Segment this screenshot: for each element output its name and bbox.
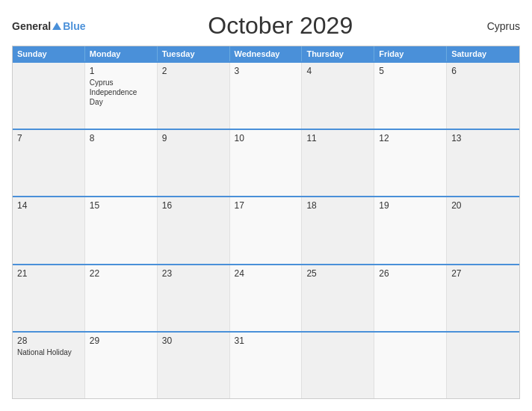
day-number: 15 [90, 200, 152, 211]
day-number: 2 [162, 66, 225, 76]
table-row: 14 [13, 197, 85, 263]
calendar-title: October 2029 [85, 12, 475, 40]
table-row: 26 [374, 265, 447, 331]
table-row: 9 [158, 130, 230, 196]
day-number: 14 [17, 200, 80, 211]
table-row: 23 [158, 265, 230, 331]
calendar-week-0: 1Cyprus Independence Day23456 [13, 61, 519, 129]
table-row: 24 [230, 265, 303, 331]
table-row: 16 [158, 197, 230, 263]
table-row: 19 [374, 197, 447, 263]
logo-blue: Blue [63, 20, 85, 32]
day-number: 12 [379, 133, 442, 143]
day-number: 13 [451, 133, 515, 143]
header-wednesday: Wednesday [230, 46, 303, 61]
table-row: 29 [85, 333, 158, 398]
table-row: 15 [85, 197, 158, 263]
table-row: 10 [230, 130, 303, 196]
header-saturday: Saturday [447, 46, 519, 61]
day-number: 10 [235, 133, 297, 143]
table-row: 30 [158, 333, 230, 398]
day-number: 8 [90, 133, 152, 143]
calendar-week-2: 14151617181920 [13, 196, 519, 263]
header-friday: Friday [374, 46, 447, 61]
table-row: 4 [302, 63, 374, 129]
table-row: 7 [13, 130, 85, 196]
day-number: 29 [90, 336, 152, 346]
table-row: 12 [374, 130, 447, 196]
day-number: 27 [451, 268, 515, 279]
logo-general: General [12, 20, 51, 32]
table-row: 3 [230, 63, 303, 129]
table-row: 2 [158, 63, 230, 129]
table-row: 8 [85, 130, 158, 196]
day-number: 21 [17, 268, 80, 279]
table-row: 20 [447, 197, 519, 263]
logo: General Blue [12, 20, 85, 32]
holiday-label: National Holiday [17, 348, 72, 356]
table-row: 18 [302, 197, 374, 263]
day-number: 17 [235, 200, 297, 211]
calendar-week-4: 28National Holiday293031 [13, 331, 519, 398]
holiday-label: Cyprus Independence Day [90, 78, 137, 106]
table-row: 6 [447, 63, 519, 129]
day-number: 9 [162, 133, 225, 143]
header-tuesday: Tuesday [158, 46, 230, 61]
country-label: Cyprus [475, 20, 520, 32]
day-number: 3 [235, 66, 297, 76]
table-row [447, 333, 519, 398]
table-row: 17 [230, 197, 303, 263]
table-row: 22 [85, 265, 158, 331]
day-number: 1 [90, 66, 152, 76]
calendar-week-1: 78910111213 [13, 129, 519, 196]
day-number: 26 [379, 268, 442, 279]
day-number: 16 [162, 200, 225, 211]
header-thursday: Thursday [302, 46, 374, 61]
day-number: 25 [306, 268, 369, 279]
calendar-header: Sunday Monday Tuesday Wednesday Thursday… [13, 46, 519, 61]
table-row [374, 333, 447, 398]
day-number: 11 [306, 133, 369, 143]
calendar-week-3: 21222324252627 [13, 264, 519, 331]
table-row: 21 [13, 265, 85, 331]
day-number: 18 [306, 200, 369, 211]
header-monday: Monday [85, 46, 158, 61]
day-number: 19 [379, 200, 442, 211]
table-row [302, 333, 374, 398]
table-row [13, 63, 85, 129]
day-number: 22 [90, 268, 152, 279]
calendar: Sunday Monday Tuesday Wednesday Thursday… [12, 46, 520, 399]
table-row: 1Cyprus Independence Day [85, 63, 158, 129]
calendar-body: 1Cyprus Independence Day2345678910111213… [13, 61, 519, 398]
day-number: 4 [306, 66, 369, 76]
table-row: 25 [302, 265, 374, 331]
day-number: 30 [162, 336, 225, 346]
table-row: 5 [374, 63, 447, 129]
day-number: 28 [17, 336, 80, 346]
table-row: 28National Holiday [13, 333, 85, 398]
day-number: 7 [17, 133, 80, 143]
day-number: 6 [451, 66, 515, 76]
day-number: 5 [379, 66, 442, 76]
day-number: 24 [235, 268, 297, 279]
page-header: General Blue October 2029 Cyprus [12, 12, 520, 40]
day-number: 23 [162, 268, 225, 279]
header-sunday: Sunday [13, 46, 85, 61]
table-row: 31 [230, 333, 303, 398]
table-row: 11 [302, 130, 374, 196]
day-number: 31 [235, 336, 297, 346]
day-number: 20 [451, 200, 515, 211]
table-row: 13 [447, 130, 519, 196]
table-row: 27 [447, 265, 519, 331]
logo-triangle-icon [52, 22, 61, 30]
